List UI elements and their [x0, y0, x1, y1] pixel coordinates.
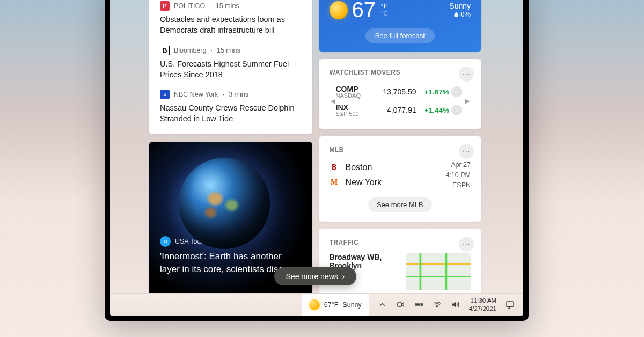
ticker-price: 13,705.59 — [382, 87, 421, 96]
watchlist-title: WATCHLIST MOVERS — [330, 69, 471, 76]
news-time: 15 mins — [217, 47, 240, 54]
taskbar-condition: Sunny — [342, 301, 361, 309]
widgets-panel: HEADLINES P POLITICO · 15 mins Obstacles… — [145, 0, 486, 285]
game-time: 4:10 PM — [445, 170, 471, 180]
see-forecast-button[interactable]: See full forecast — [365, 28, 435, 43]
news-source: POLITICO — [174, 2, 205, 10]
taskbar-temp: 67°F — [324, 301, 339, 309]
team-name: Boston — [346, 163, 372, 172]
ticker-check-icon[interactable]: ✓ — [451, 86, 462, 97]
ticker-change: +1.44% — [421, 106, 451, 114]
traffic-map[interactable] — [406, 253, 471, 290]
news-source: Bloomberg — [174, 47, 206, 54]
svg-rect-3 — [416, 304, 420, 305]
chevron-right-icon: › — [342, 272, 345, 281]
unit-f[interactable]: °F — [381, 3, 387, 10]
weather-condition: Sunny — [449, 2, 471, 10]
taskbar: 67°F Sunny 11:30 — [110, 293, 523, 316]
news-item[interactable]: P POLITICO · 15 mins Obstacles and expec… — [160, 1, 302, 36]
svg-point-4 — [437, 306, 438, 307]
game-network: ESPN — [445, 180, 471, 191]
watchlist-card: ⋯ WATCHLIST MOVERS ◀ COMP NASDAQ — [319, 59, 482, 129]
droplet-icon — [454, 12, 458, 17]
traffic-title: TRAFFIC — [330, 239, 471, 246]
news-time: 3 mins — [229, 91, 248, 98]
watchlist-more-button[interactable]: ⋯ — [459, 67, 474, 82]
weather-temp: 67 — [352, 0, 376, 22]
news-item[interactable]: B Bloomberg · 15 mins U.S. Forecasts Hig… — [160, 46, 302, 80]
unit-c[interactable]: °C — [381, 10, 387, 17]
news-time: 15 mins — [216, 2, 239, 10]
svg-rect-5 — [507, 302, 513, 307]
ticker-row[interactable]: COMP NASDAQ 13,705.59 +1.67% ✓ — [336, 83, 465, 101]
news-source: NBC New York — [174, 91, 218, 98]
usatoday-icon: U — [160, 236, 171, 247]
mets-logo-icon: M — [330, 178, 339, 187]
weather-card: ⋯ NEW YORK CITY, NY 67 °F °C — [319, 0, 482, 52]
svg-rect-0 — [397, 303, 402, 306]
weather-precip: 0% — [460, 10, 471, 18]
news-headline: Nassau County Crews Rescue Dolphin Stran… — [160, 102, 302, 124]
sun-icon — [330, 1, 348, 19]
earth-image — [179, 158, 270, 249]
tray-chevron-icon[interactable] — [375, 297, 391, 313]
ticker-name: S&P 500 — [336, 111, 382, 117]
news-headline: U.S. Forecasts Highest Summer Fuel Price… — [160, 58, 302, 80]
ticker-price: 4,077.91 — [382, 106, 421, 114]
see-more-news-button[interactable]: See more news › — [274, 267, 357, 285]
mlb-more-button[interactable]: ⋯ — [459, 144, 474, 159]
boston-logo-icon: B — [330, 163, 339, 172]
news-item[interactable]: 4 NBC New York · 3 mins Nassau County Cr… — [160, 90, 302, 124]
watchlist-next-button[interactable]: ▶ — [464, 98, 471, 105]
sun-icon — [309, 299, 320, 310]
ticker-name: NASDAQ — [336, 92, 382, 99]
game-date: Apr 27 — [445, 160, 471, 170]
battery-icon[interactable] — [411, 297, 427, 313]
mlb-card: ⋯ MLB B Boston M New York — [319, 136, 482, 222]
see-more-mlb-button[interactable]: See more MLB — [368, 197, 432, 212]
team-row[interactable]: B Boston — [330, 163, 382, 172]
nbc-icon: 4 — [160, 90, 170, 99]
news-headline: Obstacles and expectations loom as Democ… — [160, 14, 302, 36]
meet-now-icon[interactable] — [393, 297, 409, 313]
ticker-check-icon[interactable]: ✓ — [451, 105, 462, 115]
team-row[interactable]: M New York — [330, 178, 382, 187]
ticker-row[interactable]: INX S&P 500 4,077.91 +1.44% ✓ — [336, 101, 465, 119]
ticker-change: +1.67% — [421, 88, 451, 96]
taskbar-weather[interactable]: 67°F Sunny — [302, 294, 369, 316]
wifi-icon[interactable] — [429, 297, 445, 313]
headlines-card: HEADLINES P POLITICO · 15 mins Obstacles… — [149, 0, 312, 134]
taskbar-clock[interactable]: 11:30 AM 4/27/2021 — [466, 297, 500, 312]
mlb-title: MLB — [330, 146, 471, 153]
watchlist-prev-button[interactable]: ◀ — [330, 98, 336, 105]
bloomberg-icon: B — [160, 46, 170, 55]
volume-icon[interactable] — [448, 297, 464, 313]
svg-rect-2 — [422, 304, 422, 305]
team-name: New York — [346, 178, 382, 187]
notifications-icon[interactable] — [502, 297, 518, 313]
traffic-more-button[interactable]: ⋯ — [459, 237, 474, 252]
politico-icon: P — [160, 1, 170, 11]
